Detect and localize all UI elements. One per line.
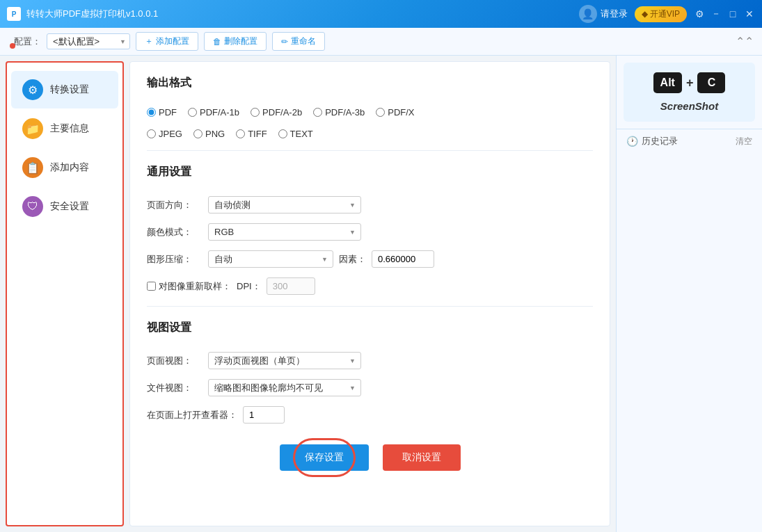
radio-jpeg[interactable]: JPEG — [147, 129, 182, 139]
output-format-section: 输出格式 PDF PDF/A-1b PDF/A-2b PDF/A-3b PDF/… — [147, 76, 593, 139]
radio-tiff-input[interactable] — [236, 129, 245, 138]
save-button[interactable]: 保存设置 — [280, 444, 369, 471]
output-format-options: PDF PDF/A-1b PDF/A-2b PDF/A-3b PDF/X — [147, 107, 593, 118]
image-compress-select-wrap[interactable]: 自动 无压缩 JPEG Flate — [208, 250, 333, 268]
radio-jpeg-input[interactable] — [147, 129, 156, 138]
rename-label: 重命名 — [291, 35, 316, 47]
page-view-label: 页面视图： — [147, 355, 203, 367]
radio-text[interactable]: TEXT — [278, 129, 313, 139]
delete-icon: 🗑 — [213, 37, 221, 47]
image-compress-select[interactable]: 自动 无压缩 JPEG Flate — [208, 250, 333, 268]
radio-tiff[interactable]: TIFF — [236, 129, 267, 139]
page-view-select[interactable]: 浮动页面视图（单页） 连续页面 双页 — [208, 352, 361, 369]
sidebar: ⚙ 转换设置 📁 主要信息 📋 添加内容 🛡 安全设置 — [6, 61, 124, 526]
radio-pdfa3b[interactable]: PDF/A-3b — [313, 107, 365, 118]
radio-pdfa1b-input[interactable] — [188, 108, 197, 117]
image-compress-label: 图形压缩： — [147, 253, 203, 266]
shortcut-display: Alt + C — [633, 72, 745, 93]
diamond-icon: ◆ — [642, 9, 648, 19]
delete-config-label: 删除配置 — [224, 35, 257, 47]
view-settings-section: 视图设置 页面视图： 浮动页面视图（单页） 连续页面 双页 文件视图： 缩略图和… — [147, 321, 593, 424]
screenshot-label: ScreenShot — [633, 100, 745, 112]
radio-pdfx[interactable]: PDF/X — [376, 107, 414, 118]
sidebar-item-security[interactable]: 🛡 安全设置 — [11, 188, 118, 225]
login-label[interactable]: 请登录 — [601, 8, 628, 20]
sidebar-label-add: 添加内容 — [50, 161, 89, 174]
collapse-button[interactable]: ⌃⌃ — [736, 35, 754, 48]
output-format-title: 输出格式 — [147, 76, 593, 96]
file-view-label: 文件视图： — [147, 382, 203, 394]
add-config-label: 添加配置 — [156, 35, 189, 47]
color-mode-select[interactable]: RGB CMYK 灰度 — [208, 223, 361, 241]
clear-button[interactable]: 清空 — [736, 136, 752, 147]
history-text: 历史记录 — [642, 135, 678, 147]
radio-pdf-input[interactable] — [147, 108, 156, 117]
screenshot-widget: Alt + C ScreenShot — [624, 63, 755, 122]
dpi-input[interactable] — [267, 277, 315, 295]
resample-checkbox-label[interactable]: 对图像重新取样： — [147, 280, 231, 293]
app-icon: P — [7, 7, 21, 21]
cancel-button[interactable]: 取消设置 — [383, 444, 461, 471]
general-settings-section: 通用设置 页面方向： 自动侦测 纵向 横向 颜色模式： RGB CMYK — [147, 165, 593, 295]
security-icon: 🛡 — [22, 196, 43, 217]
radio-pdfa2b[interactable]: PDF/A-2b — [251, 107, 302, 118]
toolbar: 配置： <默认配置> ＋ 添加配置 🗑 删除配置 ✏ 重命名 ⌃⌃ — [0, 28, 762, 56]
add-config-button[interactable]: ＋ 添加配置 — [136, 32, 198, 51]
vip-button[interactable]: ◆ 开通VIP — [635, 6, 687, 22]
color-mode-select-wrap[interactable]: RGB CMYK 灰度 — [208, 223, 361, 241]
output-format-options-2: JPEG PNG TIFF TEXT — [147, 129, 593, 139]
page-direction-select-wrap[interactable]: 自动侦测 纵向 横向 — [208, 196, 361, 213]
notification-dot — [10, 43, 15, 49]
dpi-label: DPI： — [237, 280, 261, 293]
radio-png[interactable]: PNG — [193, 129, 225, 139]
right-panel: Alt + C ScreenShot 🕐 历史记录 清空 — [616, 56, 762, 532]
color-mode-row: 颜色模式： RGB CMYK 灰度 — [147, 223, 593, 241]
rename-button[interactable]: ✏ 重命名 — [272, 32, 325, 51]
clock-icon: 🕐 — [626, 136, 638, 147]
sidebar-item-info[interactable]: 📁 主要信息 — [11, 110, 118, 147]
radio-pdfa3b-input[interactable] — [313, 108, 322, 117]
file-view-select-wrap[interactable]: 缩略图和图像轮廓均不可见 缩略图可见 大纲可见 — [208, 379, 361, 396]
plus-sign: + — [686, 76, 694, 90]
radio-pdfx-input[interactable] — [376, 108, 385, 117]
sidebar-label-security: 安全设置 — [50, 200, 89, 213]
history-label: 🕐 历史记录 — [626, 135, 678, 147]
alt-key: Alt — [653, 72, 682, 93]
titlebar-left: P 转转大师PDF虚拟打印机v1.0.0.1 — [7, 7, 158, 21]
app-title: 转转大师PDF虚拟打印机v1.0.0.1 — [26, 8, 158, 20]
close-button[interactable]: ✕ — [744, 8, 755, 19]
radio-png-input[interactable] — [193, 129, 203, 138]
factor-input[interactable] — [372, 250, 434, 268]
config-select[interactable]: <默认配置> — [47, 33, 130, 49]
file-view-select[interactable]: 缩略图和图像轮廓均不可见 缩略图可见 大纲可见 — [208, 379, 361, 396]
page-direction-label: 页面方向： — [147, 199, 203, 211]
radio-pdf[interactable]: PDF — [147, 107, 177, 118]
settings-button[interactable]: ⚙ — [694, 8, 705, 19]
divider-1 — [147, 150, 593, 151]
resample-row: 对图像重新取样： DPI： — [147, 277, 593, 295]
convert-icon: ⚙ — [22, 79, 43, 100]
sidebar-item-convert[interactable]: ⚙ 转换设置 — [11, 71, 118, 108]
radio-pdfa1b[interactable]: PDF/A-1b — [188, 107, 239, 118]
minimize-button[interactable]: － — [711, 8, 722, 19]
delete-config-button[interactable]: 🗑 删除配置 — [204, 32, 267, 51]
rename-icon: ✏ — [281, 37, 288, 47]
factor-label: 因素： — [339, 253, 366, 266]
file-view-row: 文件视图： 缩略图和图像轮廓均不可见 缩略图可见 大纲可见 — [147, 379, 593, 396]
maximize-button[interactable]: □ — [727, 8, 738, 19]
titlebar: P 转转大师PDF虚拟打印机v1.0.0.1 👤 请登录 ◆ 开通VIP ⚙ －… — [0, 0, 762, 28]
action-buttons: 保存设置 取消设置 — [147, 444, 593, 471]
sidebar-item-add[interactable]: 📋 添加内容 — [11, 149, 118, 186]
resample-checkbox[interactable] — [147, 282, 156, 291]
info-icon: 📁 — [22, 118, 43, 139]
window-controls: ⚙ － □ ✕ — [694, 8, 755, 19]
user-login[interactable]: 👤 请登录 — [579, 5, 628, 23]
config-select-wrapper[interactable]: <默认配置> — [47, 33, 130, 49]
open-page-input[interactable] — [243, 406, 285, 424]
radio-text-input[interactable] — [278, 129, 287, 138]
page-view-row: 页面视图： 浮动页面视图（单页） 连续页面 双页 — [147, 352, 593, 369]
radio-pdfa2b-input[interactable] — [251, 108, 260, 117]
main-layout: ⚙ 转换设置 📁 主要信息 📋 添加内容 🛡 安全设置 输出格式 PDF — [0, 56, 762, 532]
page-view-select-wrap[interactable]: 浮动页面视图（单页） 连续页面 双页 — [208, 352, 361, 369]
page-direction-select[interactable]: 自动侦测 纵向 横向 — [208, 196, 361, 213]
